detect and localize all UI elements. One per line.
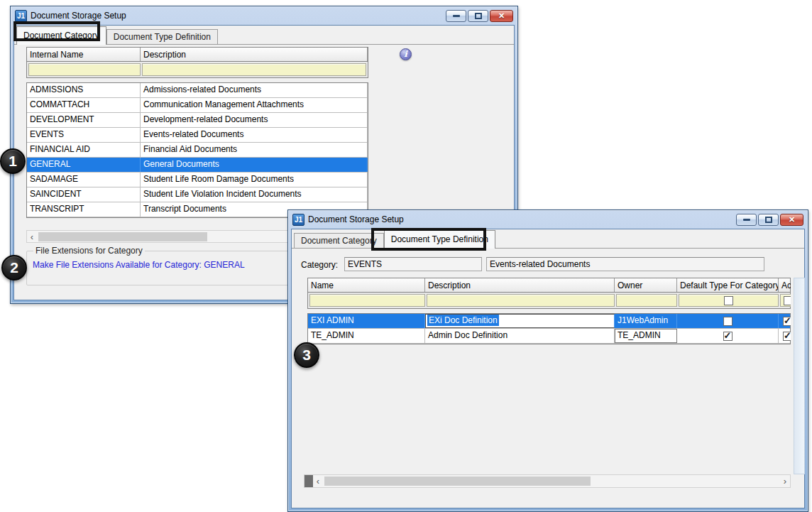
grid-rows: EXI ADMIN EXi Doc Definition J1WebAdmin xyxy=(307,313,791,344)
table-row[interactable]: SADAMAGE Student Life Room Damage Docume… xyxy=(27,173,368,187)
column-header-active[interactable]: Active xyxy=(779,278,791,292)
category-description-field[interactable]: Events-related Documents xyxy=(486,257,764,271)
cell-description-editing[interactable]: EXi Doc Definition xyxy=(425,314,615,328)
window-document-storage-setup-2: J1 Document Storage Setup ✕ Document Cat… xyxy=(287,209,808,512)
cell-description[interactable]: Development-related Documents xyxy=(141,113,368,127)
table-row[interactable]: TE_ADMIN Admin Doc Definition TE_ADMIN xyxy=(308,329,790,344)
close-icon: ✕ xyxy=(789,216,795,224)
close-icon: ✕ xyxy=(498,12,505,20)
column-header-default-type[interactable]: Default Type For Category xyxy=(677,278,779,292)
table-row-selected[interactable]: GENERAL General Documents xyxy=(27,158,368,173)
column-header-description[interactable]: Description xyxy=(425,278,615,292)
scrollbar-thumb[interactable] xyxy=(324,476,591,486)
tab-page-document-type-definition: Category: EVENTS Events-related Document… xyxy=(292,248,804,508)
cell-internal-name[interactable]: EVENTS xyxy=(27,128,141,142)
scroll-right-icon[interactable]: › xyxy=(780,476,790,486)
table-row[interactable]: SAINCIDENT Student Life Violation Incide… xyxy=(27,187,368,202)
cell-description[interactable]: General Documents xyxy=(141,158,368,172)
category-grid: Internal Name Description ADMISSIONS Adm… xyxy=(26,47,368,218)
filter-internal-name-input[interactable] xyxy=(28,63,141,76)
table-row-selected[interactable]: EXI ADMIN EXi Doc Definition J1WebAdmin xyxy=(308,314,790,329)
scroll-left-icon[interactable]: ‹ xyxy=(27,232,37,241)
annotation-box-document-type-definition-tab xyxy=(371,228,486,251)
maximize-button[interactable] xyxy=(468,10,488,22)
titlebar[interactable]: J1 Document Storage Setup ✕ xyxy=(288,210,808,229)
cell-internal-name[interactable]: ADMISSIONS xyxy=(27,83,141,97)
table-row[interactable]: DEVELOPMENT Development-related Document… xyxy=(27,113,368,128)
grid-sizer-handle[interactable] xyxy=(304,475,313,487)
window-title: Document Storage Setup xyxy=(31,11,442,21)
filter-description-input[interactable] xyxy=(427,294,615,307)
cell-description[interactable]: Student Life Room Damage Documents xyxy=(141,173,368,187)
cell-owner[interactable]: J1WebAdmin xyxy=(615,314,677,328)
minimize-button[interactable] xyxy=(446,10,466,22)
maximize-button[interactable] xyxy=(758,214,779,226)
cell-internal-name[interactable]: GENERAL xyxy=(27,158,141,172)
cell-description[interactable]: Admin Doc Definition xyxy=(425,329,615,343)
grid-filter-row xyxy=(26,62,368,78)
cell-name[interactable]: TE_ADMIN xyxy=(308,329,425,343)
table-row[interactable]: ADMISSIONS Admissions-related Documents xyxy=(27,83,368,98)
cell-owner[interactable]: TE_ADMIN xyxy=(615,329,677,343)
close-button[interactable]: ✕ xyxy=(490,10,513,22)
column-header-name[interactable]: Name xyxy=(308,278,425,292)
grid-header-row: Internal Name Description xyxy=(26,47,368,62)
cell-default-type xyxy=(677,329,779,343)
cell-description[interactable]: Admissions-related Documents xyxy=(141,83,368,97)
scrollbar-thumb[interactable] xyxy=(38,232,207,241)
column-header-description[interactable]: Description xyxy=(141,48,368,61)
minimize-icon xyxy=(453,15,460,17)
filter-name-input[interactable] xyxy=(309,294,425,307)
close-button[interactable]: ✕ xyxy=(780,214,803,226)
active-checkbox[interactable] xyxy=(783,332,791,341)
cell-name[interactable]: EXI ADMIN xyxy=(308,314,425,328)
cell-internal-name[interactable]: DEVELOPMENT xyxy=(27,113,141,127)
tab-document-type-definition[interactable]: Document Type Definition xyxy=(106,29,218,44)
default-type-checkbox[interactable] xyxy=(723,332,733,341)
window-body: Document Category Document Type Definiti… xyxy=(291,229,805,508)
window-controls: ✕ xyxy=(446,10,513,22)
tab-document-category[interactable]: Document Category xyxy=(294,233,384,248)
column-header-internal-name[interactable]: Internal Name xyxy=(27,48,141,61)
filter-default-type-checkbox[interactable] xyxy=(724,296,733,305)
annotation-box-document-category-tab xyxy=(13,21,100,41)
table-row[interactable]: FINANCIAL AID Financial Aid Documents xyxy=(27,143,368,158)
category-value-field[interactable]: EVENTS xyxy=(344,257,482,271)
j1-app-icon: J1 xyxy=(15,10,27,22)
maximize-icon xyxy=(475,13,482,19)
table-row[interactable]: COMMATTACH Communication Management Atta… xyxy=(27,98,368,113)
vertical-scrollbar[interactable] xyxy=(794,278,805,474)
window-controls: ✕ xyxy=(736,214,803,226)
table-row[interactable]: EVENTS Events-related Documents xyxy=(27,128,368,143)
filter-description-input[interactable] xyxy=(142,63,366,76)
active-checkbox[interactable] xyxy=(783,317,791,326)
cell-internal-name[interactable]: SADAMAGE xyxy=(27,173,141,187)
scroll-left-icon[interactable]: ‹ xyxy=(313,476,323,486)
cell-description[interactable]: Communication Management Attachments xyxy=(141,98,368,112)
window-title: Document Storage Setup xyxy=(308,214,733,224)
j1-app-icon: J1 xyxy=(292,214,304,226)
column-header-owner[interactable]: Owner xyxy=(615,278,677,292)
cell-internal-name[interactable]: COMMATTACH xyxy=(27,98,141,112)
filter-owner-input[interactable] xyxy=(616,294,677,307)
cell-internal-name[interactable]: TRANSCRIPT xyxy=(27,202,141,217)
filter-active-checkbox[interactable] xyxy=(784,296,791,305)
cell-description[interactable]: Events-related Documents xyxy=(141,128,368,142)
cell-default-type xyxy=(677,314,779,328)
minimize-button[interactable] xyxy=(736,214,757,226)
groupbox-legend: File Extensions for Category xyxy=(33,246,145,256)
default-type-checkbox[interactable] xyxy=(723,317,733,326)
cell-active xyxy=(779,329,791,343)
grid-header-row: Name Description Owner Default Type For … xyxy=(307,278,791,293)
screenshot-canvas: J1 Document Storage Setup ✕ Document Cat… xyxy=(0,0,812,512)
selected-text: EXi Doc Definition xyxy=(427,315,499,326)
cell-description[interactable]: Student Life Violation Incident Document… xyxy=(141,187,368,202)
cell-internal-name[interactable]: FINANCIAL AID xyxy=(27,143,141,157)
grid-filter-row xyxy=(307,293,791,309)
cell-internal-name[interactable]: SAINCIDENT xyxy=(27,187,141,202)
cell-description[interactable]: Financial Aid Documents xyxy=(141,143,368,157)
info-icon[interactable]: i xyxy=(400,48,412,60)
horizontal-scrollbar[interactable]: ‹ › xyxy=(304,474,791,488)
maximize-icon xyxy=(765,217,772,223)
category-label: Category: xyxy=(301,260,338,270)
